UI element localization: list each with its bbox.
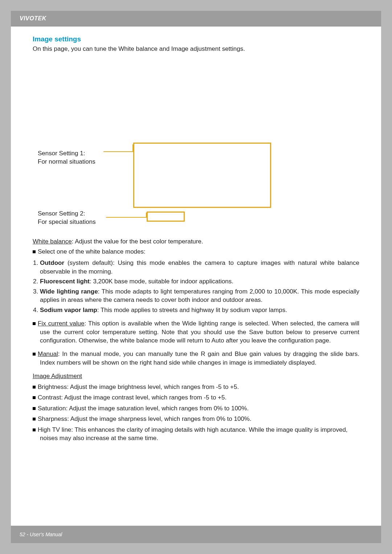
- mode1-bold: Outdoor: [40, 259, 64, 266]
- sensor1-line2: For normal situations: [38, 158, 95, 165]
- adj-a3: Saturation: Adjust the image saturation …: [38, 405, 249, 412]
- sensor2-line2: For special situations: [38, 218, 96, 225]
- sensor-setting-2-label: Sensor Setting 2: For special situations: [38, 210, 96, 226]
- adj-high-tv-line: High TV line: This enhances the clarity …: [33, 426, 359, 443]
- square-bullet-icon: [33, 386, 36, 389]
- adj-a5: High TV line: This enhances the clarity …: [38, 426, 348, 442]
- white-balance-modes-list: Outdoor (system default): Using this mod…: [40, 259, 359, 314]
- square-bullet-icon: [33, 322, 36, 325]
- wb-select-line: Select one of the white balance modes:: [33, 247, 359, 256]
- white-balance-intro-rest: : Adjust the value for the best color te…: [72, 238, 203, 245]
- footer-text: 52 - User's Manual: [20, 532, 372, 537]
- mode-wide-lighting: Wide lighting range: This mode adapts to…: [40, 287, 359, 304]
- sensor1-line1: Sensor Setting 1:: [38, 150, 85, 157]
- wb-select-text: Select one of the white balance modes:: [38, 248, 146, 255]
- manual-block: Manual: In the manual mode, you can manu…: [33, 350, 359, 367]
- white-balance-heading: White balance: [33, 238, 72, 245]
- square-bullet-icon: [33, 250, 36, 253]
- mode-sodium-vapor: Sodium vapor lamp: This mode applies to …: [40, 306, 359, 314]
- fix-heading: Fix current value: [38, 320, 85, 327]
- image-adjustment-heading: Image Adjustment: [33, 372, 359, 380]
- mode1-rest: (system default): Using this mode enable…: [40, 259, 359, 275]
- sensor2-line1: Sensor Setting 2:: [38, 210, 85, 217]
- adj-saturation: Saturation: Adjust the image saturation …: [33, 404, 359, 413]
- sensor-setting-1-label: Sensor Setting 1: For normal situations: [38, 149, 95, 166]
- mode2-bold: Fluorescent light: [40, 278, 90, 285]
- adj-a2: Contrast: Adjust the image contrast leve…: [38, 394, 226, 401]
- manual-heading: Manual: [38, 350, 58, 357]
- square-bullet-icon: [33, 353, 36, 356]
- fix-current-value-block: Fix current value: This option is availa…: [33, 319, 359, 345]
- adj-a4: Sharpness: Adjust the image sharpness le…: [38, 415, 252, 422]
- section-title: Image settings: [33, 35, 359, 43]
- adj-brightness: Brightness: Adjust the image brightness …: [33, 383, 359, 391]
- square-bullet-icon: [33, 428, 36, 431]
- fix-text: : This option is available when the Wide…: [40, 320, 359, 344]
- connector-line-2a: [106, 217, 147, 218]
- header-bar: VIVOTEK: [11, 11, 381, 26]
- mode4-rest: : This mode applies to streets and highw…: [97, 307, 287, 313]
- square-bullet-icon: [33, 407, 36, 410]
- white-balance-intro: White balance: Adjust the value for the …: [33, 237, 359, 246]
- highlight-box-small: [147, 212, 185, 222]
- connector-line-1a: [103, 151, 133, 152]
- mode3-bold: Wide lighting range: [40, 288, 98, 295]
- mode-fluorescent: Fluorescent light: 3,200K base mode, sui…: [40, 277, 359, 286]
- footer-bar: 52 - User's Manual: [11, 526, 381, 543]
- mode-outdoor: Outdoor (system default): Using this mod…: [40, 259, 359, 276]
- adj-sharpness: Sharpness: Adjust the image sharpness le…: [33, 415, 359, 423]
- adj-contrast: Contrast: Adjust the image contrast leve…: [33, 393, 359, 402]
- intro-text: On this page, you can tune the White bal…: [33, 45, 359, 53]
- content-area: Image settings On this page, you can tun…: [11, 26, 381, 454]
- page-container: VIVOTEK Image settings On this page, you…: [11, 11, 381, 543]
- adj-a1: Brightness: Adjust the image brightness …: [38, 383, 239, 390]
- square-bullet-icon: [33, 418, 36, 420]
- brand-label: VIVOTEK: [20, 15, 372, 22]
- mode2-rest: : 3,200K base mode, suitable for indoor …: [90, 278, 233, 285]
- mode4-bold: Sodium vapor lamp: [40, 307, 97, 313]
- diagram-area: Sensor Setting 1: For normal situations …: [33, 57, 359, 231]
- square-bullet-icon: [33, 396, 36, 399]
- manual-text: : In the manual mode, you can manually t…: [40, 350, 359, 366]
- highlight-box-large: [133, 143, 271, 208]
